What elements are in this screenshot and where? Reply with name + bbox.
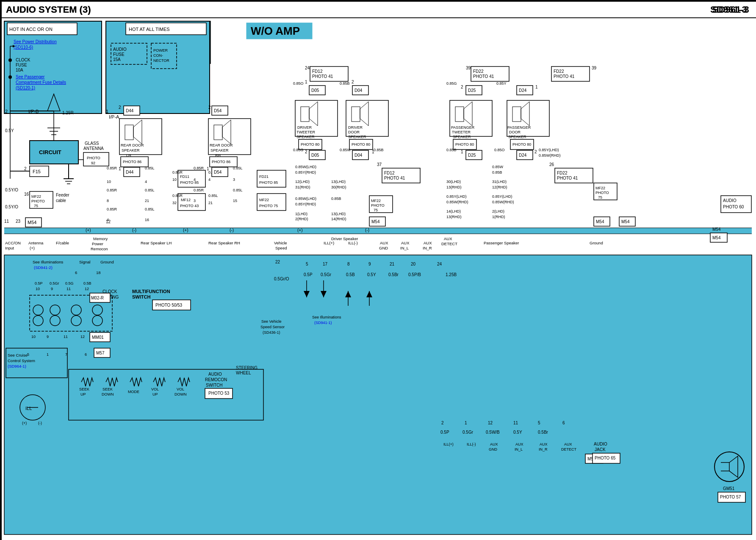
svg-text:Passenger Speaker: Passenger Speaker xyxy=(484,241,519,245)
svg-text:F/cable: F/cable xyxy=(56,241,69,245)
svg-text:PHOTO 41: PHOTO 41 xyxy=(554,74,575,79)
svg-text:14(LHD): 14(LHD) xyxy=(446,209,461,213)
svg-text:Vehicle: Vehicle xyxy=(274,241,287,245)
svg-text:FD12: FD12 xyxy=(384,171,395,175)
svg-text:0.5Gr: 0.5Gr xyxy=(462,430,474,435)
svg-text:VOL: VOL xyxy=(151,387,159,391)
svg-text:PHOTO: PHOTO xyxy=(595,191,609,195)
svg-text:AUX: AUX xyxy=(380,241,388,245)
svg-text:DOOR: DOOR xyxy=(348,130,360,134)
svg-text:DETECT: DETECT xyxy=(441,241,457,246)
svg-text:9: 9 xyxy=(47,335,49,339)
svg-text:CON-: CON- xyxy=(153,53,163,58)
svg-text:PHOTO 57: PHOTO 57 xyxy=(720,495,741,499)
svg-text:PASSENGER: PASSENGER xyxy=(507,125,531,130)
svg-text:15: 15 xyxy=(233,199,237,203)
svg-text:8: 8 xyxy=(347,262,350,266)
svg-text:0.85W: 0.85W xyxy=(492,165,504,169)
svg-text:15A: 15A xyxy=(113,57,121,62)
svg-text:FUSE: FUSE xyxy=(113,52,125,57)
svg-text:SPEAKER: SPEAKER xyxy=(348,135,366,139)
svg-text:12: 12 xyxy=(106,219,111,224)
svg-text:D44: D44 xyxy=(126,108,134,113)
svg-text:MF12: MF12 xyxy=(181,198,191,202)
svg-text:0.5G: 0.5G xyxy=(65,281,74,285)
svg-text:See Illuminations: See Illuminations xyxy=(312,315,341,319)
svg-text:POWER: POWER xyxy=(153,48,168,53)
svg-text:M54: M54 xyxy=(371,219,380,224)
svg-text:GND: GND xyxy=(379,246,388,250)
svg-text:11: 11 xyxy=(513,421,518,425)
svg-text:I/P-A: I/P-A xyxy=(109,114,119,119)
svg-text:SPEAKER: SPEAKER xyxy=(453,135,471,139)
svg-text:21: 21 xyxy=(145,199,149,203)
svg-text:14(RHD): 14(RHD) xyxy=(331,217,346,221)
svg-text:TWEETER: TWEETER xyxy=(452,130,471,134)
svg-text:5: 5 xyxy=(27,352,29,357)
svg-text:75: 75 xyxy=(598,195,602,199)
svg-text:UP: UP xyxy=(80,392,86,396)
svg-text:(+): (+) xyxy=(183,228,188,233)
svg-text:SEEK: SEEK xyxy=(79,387,89,391)
svg-text:ILL: ILL xyxy=(25,406,32,411)
svg-text:2: 2 xyxy=(441,421,444,425)
svg-text:PHOTO 86: PHOTO 86 xyxy=(212,160,230,164)
svg-text:75: 75 xyxy=(374,208,378,212)
svg-text:0.85O: 0.85O xyxy=(494,148,505,152)
svg-text:(SD110-6): (SD110-6) xyxy=(14,45,33,50)
svg-text:0.85Y(LHD): 0.85Y(LHD) xyxy=(446,194,467,199)
svg-text:0.85B: 0.85B xyxy=(331,197,341,201)
svg-text:D24: D24 xyxy=(519,88,527,93)
svg-text:22: 22 xyxy=(275,260,280,264)
svg-text:See Power Distribution: See Power Distribution xyxy=(14,39,57,44)
svg-text:39: 39 xyxy=(592,66,597,70)
svg-text:PHOTO 86: PHOTO 86 xyxy=(123,160,141,164)
svg-text:AUDIO SYSTEM (3): AUDIO SYSTEM (3) xyxy=(6,4,91,15)
svg-text:D25: D25 xyxy=(468,88,476,93)
svg-text:ILL(-): ILL(-) xyxy=(348,241,358,245)
svg-text:(SD941-1): (SD941-1) xyxy=(314,321,332,325)
svg-text:D04: D04 xyxy=(354,153,363,158)
svg-text:M54: M54 xyxy=(28,220,36,225)
svg-text:PHOTO 65: PHOTO 65 xyxy=(595,456,616,460)
svg-rect-394 xyxy=(257,194,286,210)
main-container: AUDIO SYSTEM (3) SD961-3 AUDIO SYSTEM (3… xyxy=(0,0,756,540)
svg-text:SPEAKER: SPEAKER xyxy=(508,135,526,139)
svg-text:0.85R: 0.85R xyxy=(172,170,183,174)
svg-text:4: 4 xyxy=(194,177,196,182)
svg-text:0.85W(RHD): 0.85W(RHD) xyxy=(446,200,468,204)
svg-text:Speed: Speed xyxy=(275,246,287,250)
svg-text:MF22: MF22 xyxy=(31,194,41,199)
svg-text:DRIVER: DRIVER xyxy=(348,125,363,130)
svg-text:0.5Br: 0.5Br xyxy=(388,272,399,277)
svg-text:12: 12 xyxy=(85,287,89,291)
svg-text:37: 37 xyxy=(377,162,382,167)
svg-text:M02-R: M02-R xyxy=(91,296,104,300)
svg-text:0.5B: 0.5B xyxy=(346,272,355,277)
svg-text:0.5P: 0.5P xyxy=(304,272,313,277)
svg-text:0.85W(RHD): 0.85W(RHD) xyxy=(539,153,561,158)
svg-text:21: 21 xyxy=(390,262,395,266)
svg-text:ILL(+): ILL(+) xyxy=(443,442,454,446)
svg-text:IN_R: IN_R xyxy=(539,447,548,451)
svg-text:3: 3 xyxy=(233,177,235,182)
svg-text:1.25R: 1.25R xyxy=(62,111,74,115)
svg-text:92: 92 xyxy=(91,161,95,165)
svg-text:PHOTO 85: PHOTO 85 xyxy=(180,180,199,185)
svg-text:16: 16 xyxy=(24,192,29,197)
svg-text:5: 5 xyxy=(538,421,540,425)
svg-text:MF22: MF22 xyxy=(595,186,605,190)
svg-text:0.85Y(LHD): 0.85Y(LHD) xyxy=(492,194,512,199)
svg-text:PHOTO 80: PHOTO 80 xyxy=(512,142,531,147)
svg-text:PHOTO 80: PHOTO 80 xyxy=(352,142,370,147)
svg-text:10: 10 xyxy=(107,180,111,184)
svg-text:13(LHD): 13(LHD) xyxy=(331,212,346,216)
svg-text:1(LHD): 1(LHD) xyxy=(295,212,307,216)
svg-text:PHOTO 85: PHOTO 85 xyxy=(259,180,278,185)
svg-text:0.85L: 0.85L xyxy=(208,194,218,198)
svg-text:ACC/ON: ACC/ON xyxy=(5,241,21,245)
svg-text:0.85R: 0.85R xyxy=(194,166,204,170)
svg-text:D24: D24 xyxy=(519,153,527,158)
svg-text:ILL(+): ILL(+) xyxy=(324,241,334,245)
svg-text:MF22: MF22 xyxy=(259,198,269,202)
